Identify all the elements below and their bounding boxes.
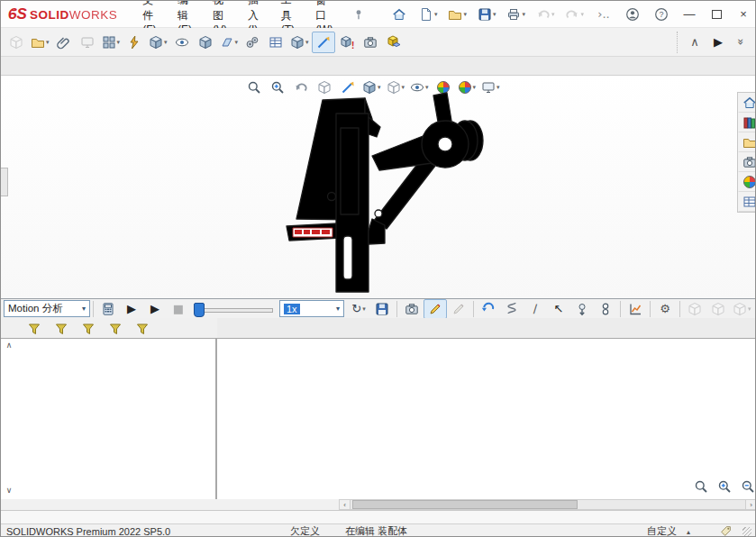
tree-scroll-up[interactable]: ∧ (3, 340, 15, 351)
isometric-view-icon[interactable] (382, 32, 405, 53)
playback-mode-dropdown[interactable]: ▾ (362, 305, 366, 313)
results-and-plots-icon[interactable] (624, 299, 647, 319)
view-palette-icon[interactable] (738, 152, 756, 172)
motionmanager-header (1, 318, 756, 339)
timeline-ruler[interactable] (217, 318, 756, 338)
timeline-seek-slider[interactable] (194, 302, 273, 316)
file-explorer-icon[interactable] (738, 132, 756, 152)
show-hidden-components-icon[interactable] (170, 32, 194, 53)
take-snapshot-icon[interactable] (359, 32, 382, 53)
minimize-button[interactable]: — (676, 1, 703, 28)
new-motion-study-icon[interactable] (241, 32, 264, 53)
motor-icon[interactable] (477, 299, 500, 319)
pin-menubar-icon[interactable] (347, 4, 370, 25)
feature-panel-collapsed-tab[interactable] (1, 168, 8, 196)
part-slider-hook (369, 117, 380, 137)
filter-none-icon[interactable] (23, 320, 46, 338)
insert-components-icon[interactable]: ▾ (28, 32, 52, 53)
filter-driving-icon[interactable] (77, 320, 100, 338)
motion-study-properties-icon[interactable]: ⚙ (653, 299, 677, 319)
filter-selected-icon[interactable] (104, 320, 127, 338)
animation-wizard-icon[interactable] (400, 299, 424, 319)
assembly-features-icon[interactable] (194, 32, 217, 53)
smart-fasteners-icon[interactable] (123, 32, 146, 53)
open-icon[interactable]: ▾ (445, 4, 469, 25)
zoom-to-fit-icon[interactable] (242, 77, 266, 98)
tag-icon[interactable] (714, 524, 737, 537)
exploded-view-icon[interactable]: ▾ (287, 32, 312, 53)
tree-scroll-down[interactable]: ∨ (3, 485, 15, 496)
tree-canvas-splitter[interactable] (215, 339, 217, 499)
print-icon[interactable]: ▾ (504, 4, 528, 25)
gravity-icon[interactable] (570, 299, 594, 319)
study-type-value: Motion 分析 (8, 302, 63, 315)
bill-of-materials-icon[interactable] (264, 32, 287, 53)
instant3d-icon[interactable] (312, 32, 335, 53)
collapse-ribbon-icon[interactable]: ∧ (683, 32, 706, 53)
contact-icon[interactable] (594, 299, 617, 319)
reference-geometry-icon[interactable]: ▾ (217, 32, 241, 53)
assembly-model[interactable] (271, 86, 506, 298)
save-icon[interactable]: ▾ (475, 4, 499, 25)
hscroll-left-button[interactable]: ‹ (339, 499, 351, 510)
damper-icon[interactable]: ∕ (524, 299, 547, 319)
force-icon[interactable]: ↖ (547, 299, 570, 319)
maximize-button[interactable] (703, 1, 730, 28)
calculate-icon[interactable] (96, 299, 120, 319)
study-type-select[interactable]: Motion 分析 ▾ (4, 300, 90, 317)
home-icon[interactable] (387, 4, 411, 25)
home-icon[interactable] (738, 93, 756, 113)
separator (473, 301, 474, 317)
resize-grip[interactable] (742, 527, 751, 536)
new-document-icon[interactable]: ▾ (416, 4, 441, 25)
motionmanager-toolbar: Motion 分析 ▾ ▶▶■ 1x ▾ ↻▾∕↖⚙▾∨ (1, 298, 756, 318)
graphics-viewport[interactable]: ▾▾▾▾▾ (1, 76, 756, 298)
filter-animated-icon[interactable] (50, 320, 73, 338)
interference-detection-icon[interactable] (335, 32, 359, 53)
timeline-zoom-controls (689, 476, 756, 497)
login-account-icon[interactable] (621, 4, 644, 25)
auto-key-icon[interactable] (424, 299, 447, 319)
linear-component-pattern-icon[interactable]: ▾ (99, 32, 123, 53)
stop-icon: ■ (167, 299, 190, 319)
exploded-view-dropdown[interactable]: ▾ (305, 39, 309, 46)
custom-properties-icon[interactable] (738, 192, 756, 212)
timeline-zoom-fit-icon[interactable] (689, 476, 713, 497)
spring-icon[interactable] (500, 299, 524, 319)
play-from-start-icon[interactable]: ▶ (120, 299, 143, 319)
document-tab-bar (1, 510, 756, 523)
design-library-icon[interactable] (738, 113, 756, 132)
timeline-zoom-in-icon[interactable] (713, 476, 736, 497)
expand-options-icon[interactable]: » (730, 32, 753, 53)
custom-status-dropdown[interactable]: 自定义 ▴ (647, 524, 690, 537)
undo-dropdown[interactable]: ▾ (551, 11, 555, 18)
playback-mode-icon[interactable]: ↻▾ (347, 299, 370, 319)
reference-geometry-dropdown[interactable]: ▾ (235, 39, 239, 46)
save-animation-icon[interactable] (370, 299, 394, 319)
appearances-scenes-icon[interactable] (738, 172, 756, 192)
move-component-dropdown[interactable]: ▾ (164, 39, 168, 46)
toolbar-overflow-icon[interactable]: ›.. (592, 4, 615, 25)
mate-icon[interactable] (52, 32, 76, 53)
open-dropdown[interactable]: ▾ (463, 11, 467, 18)
simulation-setup-3-dropdown[interactable]: ▾ (748, 305, 751, 313)
redo-dropdown[interactable]: ▾ (580, 11, 584, 18)
hscroll-right-button[interactable]: › (745, 499, 756, 510)
timeline-zoom-out-icon[interactable] (736, 476, 756, 497)
quick-access-toolbar: ▾▾▾▾▾▾›.. (385, 4, 676, 25)
play-icon[interactable]: ▶ (143, 299, 167, 319)
seek-slider-thumb[interactable] (194, 303, 205, 317)
linear-component-pattern-dropdown[interactable]: ▾ (117, 39, 121, 46)
save-dropdown[interactable]: ▾ (493, 11, 496, 18)
insert-components-dropdown[interactable]: ▾ (46, 39, 50, 46)
titlebar: ϐS SOLID WORKS 文件(F)编辑(E)视图(V)插入(I)工具(T)… (1, 1, 756, 28)
help-icon[interactable] (650, 4, 673, 25)
move-component-icon[interactable]: ▾ (146, 32, 170, 53)
print-dropdown[interactable]: ▾ (522, 11, 525, 18)
hscroll-thumb[interactable] (352, 500, 578, 509)
close-button[interactable]: × (730, 1, 756, 28)
play-tutorial-icon[interactable]: ▶ (706, 32, 730, 53)
filter-results-icon[interactable] (131, 320, 154, 338)
playback-speed-select[interactable]: 1x ▾ (279, 300, 344, 317)
new-document-dropdown[interactable]: ▾ (434, 11, 438, 18)
